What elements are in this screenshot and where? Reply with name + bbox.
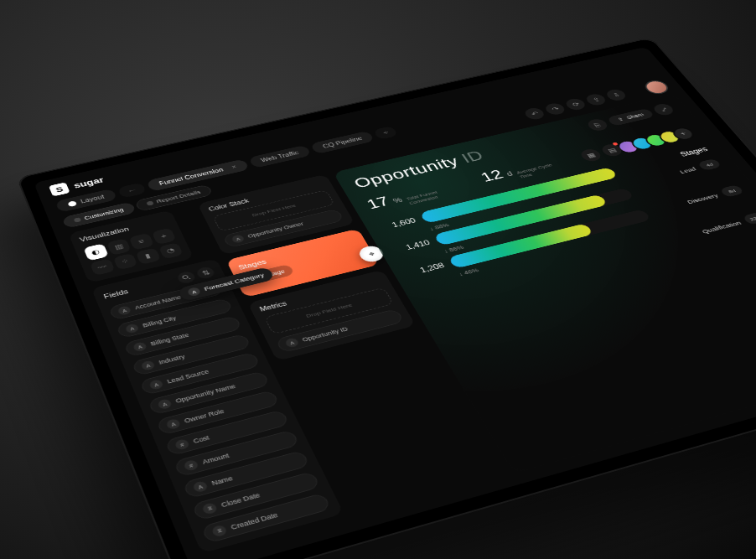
- redo-icon[interactable]: ↷: [543, 102, 567, 116]
- share-icon: ⇪: [616, 116, 625, 122]
- viz-type-pie-icon[interactable]: ◔: [158, 242, 183, 260]
- viz-type-funnel-icon[interactable]: ◐: [83, 243, 108, 261]
- tab-web-label: Web Traffic: [260, 150, 300, 163]
- bar-value: 1,208: [407, 261, 446, 277]
- user-avatar[interactable]: [641, 79, 672, 96]
- svg-line-1: [188, 277, 190, 279]
- nav-back-icon[interactable]: ←: [117, 182, 147, 198]
- viz-type-line-icon[interactable]: 〰: [90, 258, 115, 276]
- tab-report-label: Report Details: [156, 189, 202, 204]
- viz-type-column-icon[interactable]: ▮: [135, 247, 160, 265]
- search-icon[interactable]: [176, 270, 197, 284]
- export-icon[interactable]: ⇪: [583, 93, 608, 107]
- bar-value: 1,600: [380, 216, 417, 231]
- viz-type-stack-icon[interactable]: ≡: [129, 233, 154, 250]
- undo-icon[interactable]: ↶: [522, 106, 546, 121]
- close-icon[interactable]: ×: [230, 164, 238, 170]
- filter-icon[interactable]: ⇅: [195, 266, 216, 280]
- tab-customizing-label: Customizing: [84, 207, 125, 220]
- tab-layout-label: Layout: [80, 194, 106, 204]
- viz-type-scatter-icon[interactable]: ⁘: [112, 253, 137, 271]
- refresh-icon[interactable]: ⟳: [563, 97, 588, 111]
- viz-type-bar-icon[interactable]: ▥: [106, 238, 132, 255]
- viz-add-button[interactable]: +: [151, 228, 176, 245]
- svg-point-0: [182, 275, 189, 279]
- bar-value: 1,410: [393, 239, 431, 254]
- download-icon[interactable]: ⇩: [604, 88, 629, 102]
- share-label: Share: [625, 112, 645, 121]
- brand-logo-icon: S: [49, 182, 70, 196]
- add-tab-button[interactable]: +: [373, 126, 399, 140]
- fields-title: Fields: [102, 287, 129, 300]
- calendar-icon[interactable]: ▦: [578, 148, 603, 163]
